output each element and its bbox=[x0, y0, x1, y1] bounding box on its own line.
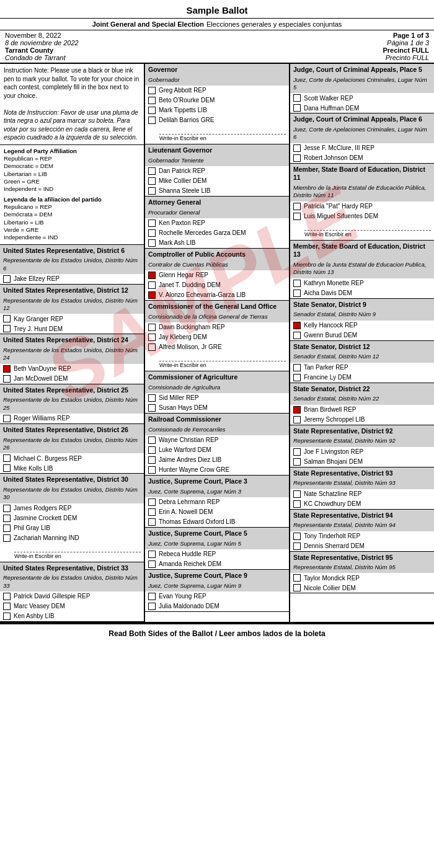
contest: Attorney GeneralProcurador GeneralKen Pa… bbox=[145, 197, 289, 249]
candidate-name: Dawn Buckingham REP bbox=[159, 324, 225, 330]
candidate-checkbox[interactable] bbox=[3, 613, 11, 620]
candidate-name: Luis Miguel Sifuentes DEM bbox=[304, 213, 378, 219]
candidate-checkbox[interactable] bbox=[148, 187, 156, 195]
candidate-checkbox[interactable] bbox=[293, 280, 301, 287]
candidate-checkbox[interactable] bbox=[148, 291, 156, 299]
candidate-checkbox[interactable] bbox=[3, 275, 11, 283]
candidate-checkbox[interactable] bbox=[148, 343, 156, 351]
candidate-checkbox[interactable] bbox=[148, 334, 156, 341]
candidate-checkbox[interactable] bbox=[293, 154, 301, 162]
contest-title-es: Senador Estatal, Distrito Núm 9 bbox=[290, 311, 434, 320]
candidate-checkbox[interactable] bbox=[148, 229, 156, 237]
candidate-checkbox[interactable] bbox=[3, 365, 11, 373]
candidate-checkbox[interactable] bbox=[148, 394, 156, 402]
candidate-checkbox[interactable] bbox=[293, 584, 301, 591]
candidate-checkbox[interactable] bbox=[148, 177, 156, 185]
col2-contests: GovernorGobernadorGreg Abbott REPBeto O'… bbox=[145, 64, 289, 612]
candidate-name: Jesse F. McClure, III REP bbox=[304, 144, 374, 151]
candidate-checkbox[interactable] bbox=[148, 117, 156, 124]
contest-title: Comptroller of Public Accounts bbox=[145, 249, 289, 261]
candidate-checkbox[interactable] bbox=[148, 219, 156, 227]
candidate-checkbox[interactable] bbox=[148, 324, 156, 331]
candidate-checkbox[interactable] bbox=[293, 203, 301, 210]
candidate-checkbox[interactable] bbox=[148, 167, 156, 175]
candidate-checkbox[interactable] bbox=[148, 239, 156, 247]
candidate: Jake Ellzey REP bbox=[0, 274, 144, 284]
candidate-checkbox[interactable] bbox=[148, 518, 156, 526]
candidate: Joe F Livingston REP bbox=[290, 447, 434, 457]
candidate: Ken Paxton REP bbox=[145, 218, 289, 228]
candidate-checkbox[interactable] bbox=[293, 332, 301, 339]
candidate-checkbox[interactable] bbox=[293, 458, 301, 466]
candidate-checkbox[interactable] bbox=[148, 456, 156, 464]
candidate-checkbox[interactable] bbox=[148, 603, 156, 610]
candidate-checkbox[interactable] bbox=[148, 404, 156, 412]
candidate: Jaime Andres Diez LIB bbox=[145, 455, 289, 465]
candidate-checkbox[interactable] bbox=[148, 272, 156, 279]
candidate-checkbox[interactable] bbox=[3, 505, 11, 512]
candidate-name: Dennis Sherrard DEM bbox=[304, 542, 365, 549]
candidate-checkbox[interactable] bbox=[148, 446, 156, 454]
candidate-name: Jan McDowell DEM bbox=[14, 375, 68, 382]
candidate-checkbox[interactable] bbox=[293, 290, 301, 297]
candidate-checkbox[interactable] bbox=[293, 542, 301, 550]
candidate-checkbox[interactable] bbox=[148, 107, 156, 114]
candidate-checkbox[interactable] bbox=[293, 416, 301, 423]
candidate: Dana Huffman DEM bbox=[290, 103, 434, 113]
candidate-name: Nicole Collier DEM bbox=[304, 585, 356, 591]
candidate: Kay Granger REP bbox=[0, 314, 144, 324]
contest-title: Member, State Board of Education, Distri… bbox=[290, 241, 434, 261]
candidate-checkbox[interactable] bbox=[148, 593, 156, 600]
candidate-checkbox[interactable] bbox=[293, 94, 301, 102]
candidate-checkbox[interactable] bbox=[293, 574, 301, 582]
candidate: Janet T. Dudding DEM bbox=[145, 280, 289, 290]
candidate-checkbox[interactable] bbox=[148, 281, 156, 289]
write-in-label: Write-in Escribir en bbox=[14, 553, 141, 559]
candidate-name: Jake Ellzey REP bbox=[14, 275, 60, 282]
candidate-checkbox[interactable] bbox=[293, 144, 301, 152]
contest-title: Justice, Supreme Court, Place 5 bbox=[145, 528, 289, 540]
column-1: Instruction Note: Please use a black or … bbox=[0, 64, 145, 622]
candidate-checkbox[interactable] bbox=[3, 603, 11, 610]
candidate-checkbox[interactable] bbox=[293, 533, 301, 540]
candidate-checkbox[interactable] bbox=[148, 466, 156, 474]
candidate-checkbox[interactable] bbox=[148, 551, 156, 558]
candidate: Greg Abbott REP bbox=[145, 86, 289, 95]
candidate: V. Alonzo Echevarria-Garza LIB bbox=[145, 290, 289, 300]
candidate-checkbox[interactable] bbox=[148, 508, 156, 516]
candidate-checkbox[interactable] bbox=[3, 464, 11, 472]
candidate-checkbox[interactable] bbox=[148, 436, 156, 444]
candidate-checkbox[interactable] bbox=[293, 406, 301, 414]
candidate-checkbox[interactable] bbox=[3, 415, 11, 422]
candidate-checkbox[interactable] bbox=[293, 104, 301, 112]
candidate-checkbox[interactable] bbox=[3, 525, 11, 532]
candidate-checkbox[interactable] bbox=[148, 560, 156, 568]
candidate-checkbox[interactable] bbox=[293, 322, 301, 329]
candidate-checkbox[interactable] bbox=[293, 364, 301, 371]
legend-item: Independent = IND bbox=[4, 185, 140, 193]
candidate-checkbox[interactable] bbox=[3, 315, 11, 322]
legend-item: Libertario = LIB bbox=[4, 219, 140, 226]
candidate-checkbox[interactable] bbox=[3, 375, 11, 383]
candidate-checkbox[interactable] bbox=[293, 213, 301, 220]
candidate-checkbox[interactable] bbox=[3, 534, 11, 542]
candidate-checkbox[interactable] bbox=[148, 498, 156, 506]
candidate-checkbox[interactable] bbox=[3, 515, 11, 522]
candidate-checkbox[interactable] bbox=[148, 97, 156, 104]
candidate-name: Sid Miller REP bbox=[159, 394, 198, 401]
candidate-checkbox[interactable] bbox=[293, 500, 301, 508]
candidate-checkbox[interactable] bbox=[293, 374, 301, 381]
candidate-checkbox[interactable] bbox=[293, 448, 301, 456]
candidate-checkbox[interactable] bbox=[3, 593, 11, 600]
contest-title: State Senator, District 12 bbox=[290, 341, 434, 353]
contest: United States Representative, District 3… bbox=[0, 474, 144, 562]
contest-title: Railroad Commissioner bbox=[145, 414, 289, 426]
candidate-checkbox[interactable] bbox=[3, 454, 11, 462]
contest-title-es: Comisionado de la Oficina General de Tie… bbox=[145, 313, 289, 322]
candidate: Marc Veasey DEM bbox=[0, 601, 144, 611]
contest-title-es: Representante Estatal, Distrito Núm 94 bbox=[290, 521, 434, 531]
candidate-checkbox[interactable] bbox=[293, 490, 301, 498]
candidate-checkbox[interactable] bbox=[148, 87, 156, 94]
candidate-checkbox[interactable] bbox=[3, 325, 11, 332]
header-date: November 8, 2022 8 de noviembre de 2022 … bbox=[5, 32, 79, 61]
